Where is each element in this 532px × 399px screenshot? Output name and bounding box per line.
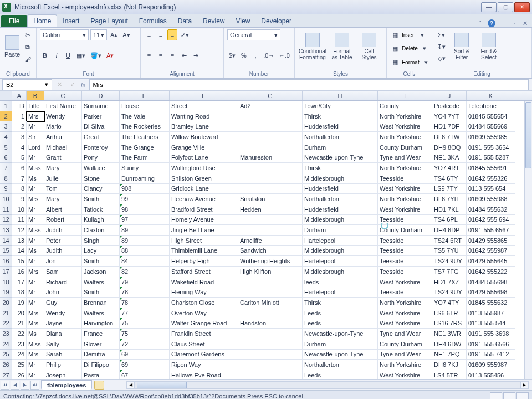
cell[interactable]: Michael: [44, 142, 82, 153]
cell[interactable]: 79: [120, 277, 170, 288]
cell[interactable]: Northallerton: [303, 132, 378, 142]
fill-color-button[interactable]: 🪣▾: [89, 50, 103, 61]
cell[interactable]: Teesside: [378, 287, 432, 298]
cell[interactable]: Franklin Street: [170, 329, 238, 339]
row-header[interactable]: 21: [0, 308, 12, 319]
cell[interactable]: LS16 7RS: [432, 318, 467, 329]
cell[interactable]: Wendy: [44, 111, 82, 122]
cell[interactable]: Newcastle-upon-Tyne: [303, 350, 378, 360]
copy-button[interactable]: ⧉: [23, 42, 33, 53]
cell[interactable]: Postcode: [432, 101, 467, 111]
cell[interactable]: 99: [120, 194, 170, 204]
cell[interactable]: HD1 7XZ: [432, 277, 467, 288]
cell[interactable]: Mrs: [27, 318, 44, 329]
cell[interactable]: NE1 7PQ: [432, 350, 467, 360]
cell[interactable]: 18: [12, 287, 27, 298]
cell[interactable]: [238, 287, 303, 298]
cell[interactable]: Mr: [27, 236, 44, 246]
cell[interactable]: Northallerton: [303, 194, 378, 204]
cell[interactable]: Arncliffe: [238, 236, 303, 246]
cell[interactable]: 0113 555 544: [467, 318, 515, 329]
cell[interactable]: Leeds: [303, 308, 378, 319]
column-header-F[interactable]: F: [170, 91, 238, 100]
cell[interactable]: The Vale: [120, 111, 170, 122]
cell[interactable]: 0191 555 6567: [467, 225, 515, 236]
cell[interactable]: Sally: [44, 339, 82, 350]
row-header[interactable]: 7: [0, 163, 12, 173]
cell[interactable]: [238, 225, 303, 236]
cell[interactable]: 19: [12, 298, 27, 308]
cell[interactable]: Miss: [27, 339, 44, 350]
tab-review[interactable]: Review: [197, 15, 230, 27]
number-format-select[interactable]: General▾: [227, 29, 280, 40]
sheet-nav-prev[interactable]: ◀: [11, 381, 19, 390]
cell[interactable]: 82: [120, 267, 170, 277]
cell[interactable]: 0191 555 6566: [467, 339, 515, 350]
cell[interactable]: 01429 555865: [467, 236, 515, 246]
cell[interactable]: 01642 555987: [467, 246, 515, 257]
sheet-tab-active[interactable]: tblemployees: [41, 380, 92, 390]
decrease-font-icon[interactable]: A▾: [121, 29, 131, 40]
cell[interactable]: Jayne: [44, 318, 82, 329]
cell[interactable]: Walters: [82, 308, 120, 319]
cell[interactable]: Title: [27, 101, 44, 111]
cell[interactable]: TS4 6TY: [432, 173, 467, 184]
cell[interactable]: Mr: [27, 215, 44, 226]
cell[interactable]: 13: [12, 236, 27, 246]
cell[interactable]: The Farm: [120, 152, 170, 163]
cell[interactable]: Tom: [44, 184, 82, 195]
cell[interactable]: Smith: [82, 287, 120, 298]
cell[interactable]: Judith: [44, 246, 82, 257]
border-button[interactable]: ▦▾: [75, 50, 87, 61]
cell[interactable]: Mr: [27, 277, 44, 288]
cell[interactable]: Mary: [44, 163, 82, 173]
fill-icon[interactable]: ↧▾: [436, 41, 447, 52]
cell[interactable]: Leeds: [303, 318, 378, 329]
cell[interactable]: [238, 111, 303, 122]
column-header-K[interactable]: K: [467, 91, 515, 100]
row-header[interactable]: 6: [0, 152, 12, 163]
delete-cells-button[interactable]: ▦: [390, 43, 400, 54]
cell[interactable]: Philip: [44, 360, 82, 370]
minimize-ribbon-icon[interactable]: ˅: [477, 19, 484, 27]
tab-insert[interactable]: Insert: [57, 15, 85, 27]
cell[interactable]: West Yorkshire: [378, 370, 432, 379]
clear-icon[interactable]: ◇▾: [436, 53, 447, 64]
cell[interactable]: [238, 142, 303, 153]
cell[interactable]: 0191 555 5287: [467, 152, 515, 163]
cell[interactable]: Folyfoot Lane: [170, 152, 238, 163]
cell[interactable]: Telephone: [467, 101, 515, 111]
cell[interactable]: 7: [12, 173, 27, 184]
hscroll-left[interactable]: ◀: [127, 382, 135, 388]
cell[interactable]: 15: [12, 256, 27, 267]
cell[interactable]: Judith: [44, 225, 82, 236]
cell[interactable]: 88: [120, 246, 170, 257]
cell[interactable]: Teesside: [378, 256, 432, 267]
cell[interactable]: Albert: [44, 204, 82, 215]
cancel-formula-icon[interactable]: ✕: [54, 79, 64, 90]
align-left-icon[interactable]: ≡: [144, 50, 154, 61]
cell[interactable]: West Yorkshire: [378, 277, 432, 288]
row-header[interactable]: 3: [0, 121, 12, 132]
cell[interactable]: 75: [120, 329, 170, 339]
row-header[interactable]: 23: [0, 329, 12, 339]
cell[interactable]: 01642 555326: [467, 173, 515, 184]
cell[interactable]: 14: [12, 246, 27, 257]
find-select-button[interactable]: Find & Select: [476, 29, 502, 64]
cell[interactable]: Di Silva: [82, 121, 120, 132]
cell[interactable]: 69: [120, 360, 170, 370]
cell[interactable]: Mrs: [27, 350, 44, 360]
cell[interactable]: Carlton Miniott: [238, 298, 303, 308]
cell[interactable]: Wakefield Road: [170, 277, 238, 288]
cell[interactable]: Shilston Green: [170, 173, 238, 184]
cell[interactable]: 26: [12, 370, 27, 379]
view-page-layout-icon[interactable]: [503, 392, 515, 400]
cell[interactable]: Teesside: [378, 246, 432, 257]
cell[interactable]: Mr: [27, 121, 44, 132]
cell[interactable]: Middlesbrough: [303, 215, 378, 226]
cell[interactable]: leeds: [303, 277, 378, 288]
cell[interactable]: Lacy: [82, 246, 120, 257]
format-cells-button[interactable]: ▦: [390, 57, 400, 68]
cell[interactable]: Jingle Bell Lane: [170, 225, 238, 236]
cell[interactable]: Wendy: [44, 308, 82, 319]
